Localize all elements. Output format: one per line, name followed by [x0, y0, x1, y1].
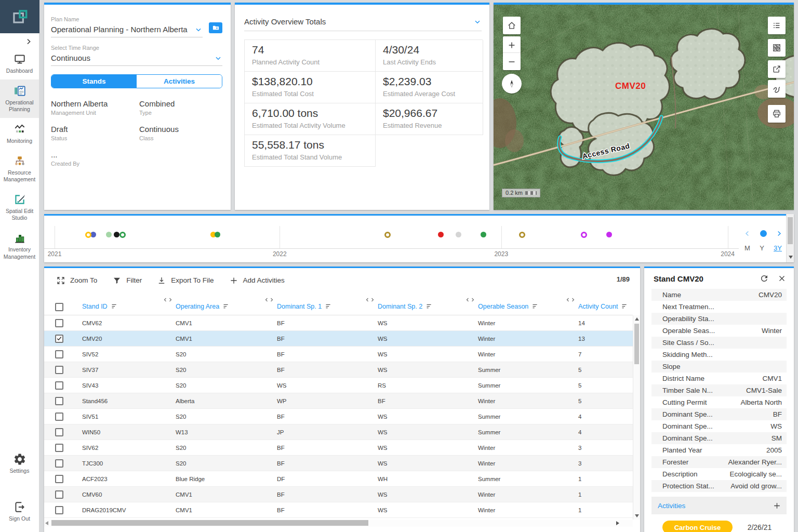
filter-button[interactable]: Filter: [112, 276, 142, 285]
sidebar-item-operational-planning[interactable]: Operational Planning: [0, 79, 39, 118]
timeline-scroll-thumb[interactable]: [788, 217, 793, 244]
chevron-down-icon[interactable]: [473, 18, 482, 26]
map-legend-button[interactable]: [768, 17, 786, 34]
table-row[interactable]: DRAG2019CMV CMV1 BF WS Winter 1: [44, 502, 633, 518]
timeline-activity-dot[interactable]: [456, 232, 461, 237]
timeline-current-dot[interactable]: [760, 230, 767, 237]
row-checkbox[interactable]: [55, 506, 63, 514]
select-all-checkbox[interactable]: [55, 303, 63, 311]
timeline-activity-dot[interactable]: [438, 232, 444, 237]
timeline-activity-dot[interactable]: [481, 232, 486, 237]
column-resize-icon[interactable]: [466, 295, 474, 304]
table-row[interactable]: CMV62 CMV1 BF WS Winter 14: [44, 315, 633, 331]
timeline-activity-dot[interactable]: [119, 232, 126, 238]
sort-icon[interactable]: [531, 302, 539, 310]
timeline-scrollbar[interactable]: [786, 214, 794, 262]
scroll-up-icon[interactable]: [635, 317, 639, 321]
column-header[interactable]: Activity Count: [570, 302, 633, 315]
scroll-right-icon[interactable]: [616, 521, 619, 525]
table-row[interactable]: Stand456 Alberta WP BF Winter 5: [44, 393, 633, 409]
table-row[interactable]: ACF2023 Blue Ridge DF WH Summer 1: [44, 471, 633, 487]
sidebar-item-settings[interactable]: Settings: [0, 448, 39, 479]
sort-icon[interactable]: [425, 302, 433, 310]
sort-icon[interactable]: [111, 302, 118, 310]
scroll-down-icon[interactable]: [635, 514, 639, 517]
table-vscroll-thumb[interactable]: [634, 324, 639, 364]
column-header[interactable]: Operable Season: [470, 302, 570, 315]
timeline-next-icon[interactable]: [775, 230, 783, 237]
row-checkbox[interactable]: [55, 366, 63, 374]
row-checkbox[interactable]: [55, 335, 63, 343]
column-resize-icon[interactable]: [164, 295, 172, 304]
column-header[interactable]: Stand ID: [74, 302, 168, 315]
sidebar-item-spatial-edit-studio[interactable]: Spatial Edit Studio: [0, 188, 39, 227]
column-header[interactable]: Operating Area: [168, 302, 269, 315]
timeline-scroll-down-icon[interactable]: [789, 256, 793, 259]
row-checkbox[interactable]: [55, 459, 63, 468]
time-range-select[interactable]: Select Time Range Continuous: [51, 45, 222, 66]
close-button[interactable]: [777, 274, 787, 283]
map-compass-button[interactable]: [502, 74, 522, 94]
chevron-down-icon[interactable]: [214, 54, 222, 62]
table-row[interactable]: SIV43 S20 WS RS Summer 5: [44, 378, 633, 393]
sort-icon[interactable]: [222, 302, 230, 310]
row-checkbox[interactable]: [55, 444, 63, 452]
table-row[interactable]: CMV20 CMV1 BF WS Winter 13: [44, 331, 633, 347]
table-hscroll-thumb[interactable]: [51, 520, 368, 526]
timeline-plot[interactable]: 2021 2022 2023 2024: [44, 216, 739, 262]
refresh-button[interactable]: [760, 274, 769, 283]
row-checkbox[interactable]: [55, 381, 63, 390]
zoom-to-button[interactable]: Zoom To: [56, 276, 97, 285]
timeline-activity-dot[interactable]: [519, 232, 525, 238]
activities-section-link[interactable]: Activities: [658, 502, 773, 510]
column-resize-icon[interactable]: [265, 295, 273, 304]
map-basemap-button[interactable]: [768, 39, 786, 57]
table-vertical-scrollbar[interactable]: [633, 315, 640, 520]
map-open-window-button[interactable]: [768, 60, 786, 78]
timeline-activity-dot[interactable]: [606, 232, 612, 237]
chevron-down-icon[interactable]: [194, 25, 203, 34]
map-zoom-out-button[interactable]: [503, 52, 521, 70]
row-checkbox[interactable]: [55, 475, 63, 483]
timeline-activity-dot[interactable]: [384, 232, 391, 238]
row-checkbox[interactable]: [55, 490, 63, 499]
sidebar-item-dashboard[interactable]: Dashboard: [0, 48, 39, 79]
row-checkbox[interactable]: [55, 319, 63, 327]
timeline-activity-dot[interactable]: [215, 232, 220, 237]
table-horizontal-scrollbar[interactable]: [44, 520, 633, 527]
column-resize-icon[interactable]: [366, 295, 374, 304]
sidebar-expand-icon[interactable]: [24, 37, 33, 46]
timeline-activity-dot[interactable]: [114, 232, 119, 237]
map-zoom-in-button[interactable]: [503, 36, 521, 54]
timeline-activity-dot[interactable]: [85, 232, 91, 238]
row-checkbox[interactable]: [55, 428, 63, 436]
sidebar-item-monitoring[interactable]: Monitoring: [0, 118, 39, 150]
sort-icon[interactable]: [621, 302, 629, 310]
timeline-activity-dot[interactable]: [106, 232, 112, 237]
sort-icon[interactable]: [325, 302, 332, 310]
row-checkbox[interactable]: [55, 350, 63, 358]
sidebar-item-sign-out[interactable]: Sign Out: [0, 496, 39, 527]
plan-name-select[interactable]: Plan Name Operational Planning - Norther…: [51, 16, 203, 37]
add-activity-button[interactable]: [773, 501, 781, 510]
tab-stands[interactable]: Stands: [51, 75, 137, 88]
activity-pill-button[interactable]: Carbon Cruise: [662, 521, 733, 532]
map-print-button[interactable]: [768, 105, 786, 123]
timeline-zoom-month[interactable]: M: [744, 244, 750, 252]
table-row[interactable]: SIV52 S20 BF WS Winter 7: [44, 347, 633, 362]
timeline-zoom-3y[interactable]: 3Y: [774, 244, 782, 252]
column-header[interactable]: Dominant Sp. 1: [269, 302, 370, 315]
add-plan-button[interactable]: [209, 22, 222, 33]
column-resize-icon[interactable]: [566, 295, 575, 304]
map-sketch-button[interactable]: [768, 80, 786, 98]
table-row[interactable]: TJC300 S20 BF WS Winter 3: [44, 456, 633, 471]
sidebar-item-resource-management[interactable]: Resource Management: [0, 150, 39, 188]
row-checkbox[interactable]: [55, 397, 63, 405]
table-row[interactable]: SIV62 S20 BF WS Winter 3: [44, 440, 633, 456]
scroll-left-icon[interactable]: [45, 521, 48, 525]
table-row[interactable]: CMV60 CMV1 BF WS Winter 1: [44, 487, 633, 502]
tab-activities[interactable]: Activities: [137, 75, 222, 88]
timeline-activity-dot[interactable]: [581, 232, 587, 238]
timeline-zoom-year[interactable]: Y: [760, 244, 764, 252]
column-header[interactable]: Dominant Sp. 2: [370, 302, 470, 315]
